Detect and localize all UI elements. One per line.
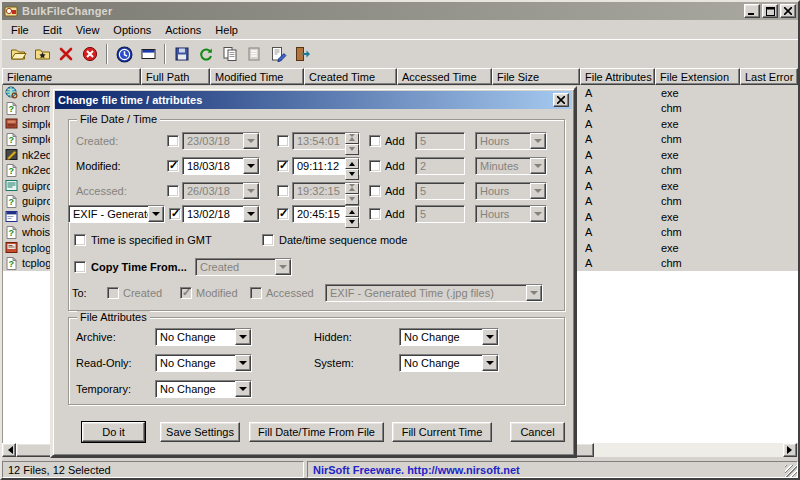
hidden-combo[interactable]: No Change xyxy=(399,328,499,346)
column-header-modified-time[interactable]: Modified Time xyxy=(210,68,304,85)
column-header-accessed-time[interactable]: Accessed Time xyxy=(397,68,492,85)
minimize-button[interactable] xyxy=(744,4,760,18)
cancel-button[interactable]: Cancel xyxy=(510,422,565,442)
scroll-left-button[interactable] xyxy=(2,443,16,457)
created-time-checkbox[interactable] xyxy=(277,135,289,147)
sequence-checkbox[interactable] xyxy=(262,234,274,246)
do-it-button[interactable]: Do it xyxy=(82,422,145,442)
exif-type-combo[interactable]: EXIF - Generated xyxy=(68,205,165,223)
fill-current-time-button[interactable]: Fill Current Time xyxy=(392,422,492,442)
created-time-spinner[interactable]: 13:54:01 xyxy=(292,132,360,150)
attributes-cell: A xyxy=(585,87,592,99)
accessed-add-unit-combo[interactable]: Hours xyxy=(475,182,547,200)
resize-grip[interactable] xyxy=(785,465,797,477)
add-folder-button[interactable] xyxy=(30,42,54,66)
menu-item-actions[interactable]: Actions xyxy=(158,22,208,38)
refresh-button[interactable] xyxy=(194,42,218,66)
modified-date-combo[interactable]: 18/03/18 xyxy=(182,157,260,175)
open-report-button[interactable] xyxy=(266,42,290,66)
created-add-value[interactable]: 5 xyxy=(415,132,465,150)
menu-item-edit[interactable]: Edit xyxy=(36,22,69,38)
system-label: System: xyxy=(314,354,354,372)
created-add-label: Add xyxy=(385,132,405,150)
scroll-right-button[interactable] xyxy=(783,443,797,457)
app-package-icon xyxy=(5,117,19,130)
status-files-count: 12 Files, 12 Selected xyxy=(2,461,304,478)
menu-item-options[interactable]: Options xyxy=(106,22,158,38)
help-file-icon: ? xyxy=(5,102,19,115)
exit-button[interactable] xyxy=(290,42,314,66)
save-settings-button[interactable]: Save Settings xyxy=(160,422,240,442)
copy-time-checkbox[interactable] xyxy=(74,261,86,273)
dialog-titlebar[interactable]: Change file time / attributes xyxy=(55,91,572,109)
modified-add-value[interactable]: 2 xyxy=(415,157,465,175)
modified-time-checkbox[interactable] xyxy=(277,160,289,172)
created-date-checkbox[interactable] xyxy=(167,135,179,147)
to-created-checkbox[interactable] xyxy=(107,287,119,299)
menu-item-file[interactable]: File xyxy=(4,22,36,38)
window-titlebar[interactable]: BulkFileChanger xyxy=(2,2,798,20)
created-add-checkbox[interactable] xyxy=(369,135,381,147)
archive-combo[interactable]: No Change xyxy=(155,328,252,346)
created-date-combo[interactable]: 23/03/18 xyxy=(182,132,260,150)
svg-text:?: ? xyxy=(9,166,15,176)
gmt-checkbox[interactable] xyxy=(74,234,86,246)
exif-time-spinner[interactable]: 20:45:15 xyxy=(292,205,360,223)
modified-time-spinner[interactable]: 09:11:12 xyxy=(292,157,360,175)
filename-cell: tcplog xyxy=(22,242,50,254)
exif-add-unit-combo[interactable]: Hours xyxy=(475,205,547,223)
change-time-button[interactable] xyxy=(112,42,136,66)
exif-date-combo[interactable]: 13/02/18 xyxy=(182,205,260,223)
exif-add-value[interactable]: 5 xyxy=(415,205,465,223)
modified-date-checkbox[interactable] xyxy=(167,160,179,172)
choose-display-button[interactable] xyxy=(136,42,160,66)
system-combo[interactable]: No Change xyxy=(399,354,499,372)
help-file-icon: ? xyxy=(5,226,19,239)
created-add-unit-combo[interactable]: Hours xyxy=(475,132,547,150)
save-button[interactable] xyxy=(170,42,194,66)
menu-item-view[interactable]: View xyxy=(69,22,107,38)
accessed-add-value[interactable]: 5 xyxy=(415,182,465,200)
column-header-file-extension[interactable]: File Extension xyxy=(655,68,740,85)
choose-display-icon xyxy=(140,46,157,62)
modified-add-checkbox[interactable] xyxy=(369,160,381,172)
fill-datetime-from-file-button[interactable]: Fill Date/Time From File xyxy=(249,422,384,442)
exif-date-checkbox[interactable] xyxy=(169,208,181,220)
readonly-combo[interactable]: No Change xyxy=(155,354,252,372)
column-header-file-attributes[interactable]: File Attributes xyxy=(580,68,655,85)
column-header-created-time[interactable]: Created Time xyxy=(304,68,397,85)
accessed-date-combo[interactable]: 26/03/18 xyxy=(182,182,260,200)
modified-add-unit-combo[interactable]: Minutes xyxy=(475,157,547,175)
dialog-close-button[interactable] xyxy=(553,93,569,107)
maximize-button[interactable] xyxy=(762,4,778,18)
properties-button[interactable] xyxy=(242,42,266,66)
to-modified-checkbox[interactable] xyxy=(180,287,192,299)
attributes-cell: A xyxy=(585,102,592,114)
accessed-time-checkbox[interactable] xyxy=(277,185,289,197)
help-file-icon: ? xyxy=(5,257,19,270)
menu-item-help[interactable]: Help xyxy=(208,22,245,38)
column-header-file-size[interactable]: File Size xyxy=(492,68,580,85)
hidden-label: Hidden: xyxy=(314,328,352,346)
exif-add-checkbox[interactable] xyxy=(369,208,381,220)
extension-cell: exe xyxy=(661,180,679,192)
temporary-combo[interactable]: No Change xyxy=(155,380,252,398)
exif-time-checkbox[interactable] xyxy=(277,208,289,220)
close-button[interactable] xyxy=(780,4,796,18)
accessed-add-checkbox[interactable] xyxy=(369,185,381,197)
to-accessed-checkbox[interactable] xyxy=(250,287,262,299)
column-header-filename[interactable]: Filename xyxy=(2,68,141,85)
filename-cell: simple xyxy=(22,118,50,130)
delete-selected-button[interactable] xyxy=(54,42,78,66)
help-file-icon: ? xyxy=(5,133,19,146)
accessed-time-spinner[interactable]: 19:32:15 xyxy=(292,182,360,200)
copy-button[interactable] xyxy=(218,42,242,66)
accessed-date-checkbox[interactable] xyxy=(167,185,179,197)
add-files-button[interactable] xyxy=(6,42,30,66)
to-exif-combo[interactable]: EXIF - Generated Time (.jpg files) xyxy=(325,284,543,302)
column-header-full-path[interactable]: Full Path xyxy=(141,68,210,85)
clear-list-button[interactable] xyxy=(78,42,102,66)
copy-time-source-combo[interactable]: Created xyxy=(195,258,292,276)
change-time-dialog: Change file time / attributes File Date … xyxy=(50,86,577,458)
column-header-last-error[interactable]: Last Error xyxy=(740,68,798,85)
